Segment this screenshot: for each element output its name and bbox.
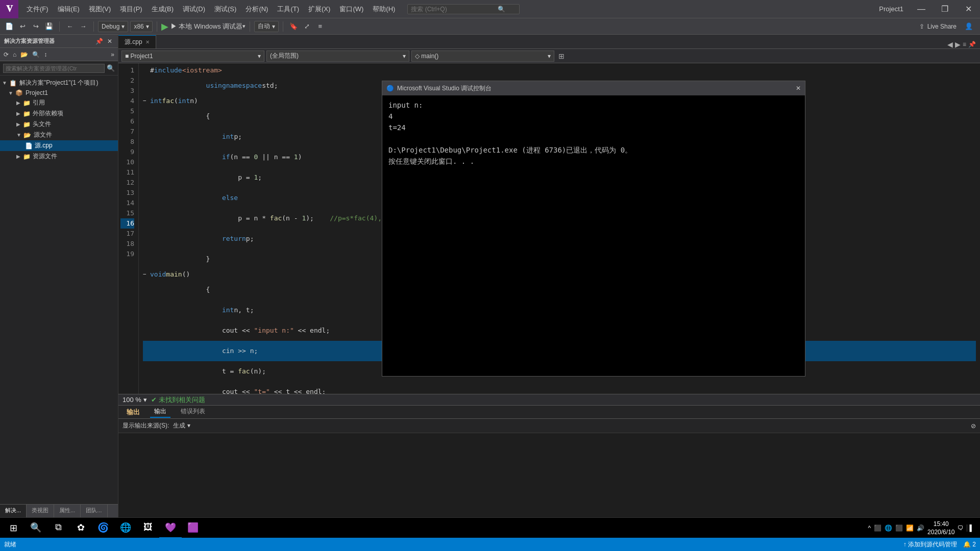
sidebar-item-source-cpp[interactable]: 📄 源.cpp [0,140,118,151]
close-button[interactable]: ✕ [957,0,980,18]
run-button[interactable]: ▶ ▶ 本地 Windows 调试器 ▾ [161,21,246,32]
taskbar-app-3[interactable]: 🌐 [114,518,137,538]
cpp-label: 源.cpp [35,141,53,150]
menu-build[interactable]: 生成(B) [148,3,178,16]
debug-console-close[interactable]: ✕ [796,85,801,92]
taskbar-app-5[interactable]: 🟪 [182,518,204,538]
sidebar-tb-5[interactable]: ↕ [42,50,48,59]
debug-config-dropdown[interactable]: Debug ▾ [98,21,128,32]
zoom-control[interactable]: 100 % ▾ [122,396,147,404]
notifications-badge[interactable]: 🔔 2 [963,541,976,548]
taskbar-task-view[interactable]: ⧉ [47,518,69,538]
tray-wifi: 📶 [906,524,914,532]
member-dropdown[interactable]: ◇ main() ▾ [411,51,554,62]
sidebar-item-header-files[interactable]: ▶ 📁 头文件 [0,119,118,130]
undo-button[interactable]: ↩ [16,20,29,33]
fold-3[interactable]: − [143,96,150,106]
taskbar-search[interactable]: 🔍 [24,518,47,538]
time-display: 15:40 [927,520,954,528]
code-line-18: cout << "t=" << t << endl; [143,382,976,394]
nav-right-button[interactable]: ▶ [955,40,961,48]
sidebar-item-references[interactable]: ▶ 📁 引用 [0,97,118,108]
panel-tab-errors[interactable]: 错误列表 [177,406,209,418]
panel-tab-output[interactable]: 输出 [150,406,170,418]
scope-dropdown[interactable]: (全局范围) ▾ [266,51,409,62]
taskbar-app-2[interactable]: 🌀 [92,518,114,538]
menu-edit[interactable]: 编辑(E) [54,3,84,16]
nav-left-button[interactable]: ◀ [947,40,953,48]
tab-menu-button[interactable]: ≡ [963,41,966,48]
taskbar-vs-icon[interactable]: 💜 [159,518,182,538]
src-icon: 📂 [23,132,32,139]
sidebar-item-source-files[interactable]: ▼ 📂 源文件 [0,130,118,140]
sidebar-tb-4[interactable]: 🔍 [31,50,41,59]
sidebar-close-button[interactable]: ✕ [106,37,114,46]
menu-extensions[interactable]: 扩展(X) [304,3,334,16]
fold-12[interactable]: − [143,269,150,280]
expand-editor-button[interactable]: ⊞ [558,52,565,60]
project-dropdown[interactable]: ■ Project1 ▾ [121,51,264,62]
account-button[interactable]: 👤 [963,20,975,33]
extra-btn-1[interactable]: ⤢ [301,20,313,33]
menu-bar: 文件(F) 编辑(E) 视图(V) 项目(P) 生成(B) 调试(D) 测试(S… [18,3,403,16]
menu-window[interactable]: 窗口(W) [335,3,368,16]
menu-file[interactable]: 文件(F) [22,3,53,16]
pin-button[interactable]: 📌 [968,41,976,48]
sidebar-tb-arrow[interactable]: » [109,50,116,59]
sidebar-tb-3[interactable]: 📂 [19,50,30,59]
zoom-arrow: ▾ [143,396,147,404]
sidebar-pin-button[interactable]: 📌 [94,37,105,46]
back-button[interactable]: ← [64,20,76,33]
bookmark-button[interactable]: 🔖 [287,20,300,33]
debug-line-3: t=24 [388,122,799,133]
sidebar-search-input[interactable] [3,64,105,73]
minimize-button[interactable]: — [910,0,933,18]
sidebar-item-ext-deps[interactable]: ▶ 📁 外部依赖项 [0,108,118,119]
sidebar-tab-team[interactable]: 团队... [81,505,107,517]
sidebar-tb-2[interactable]: ⌂ [11,50,18,59]
sidebar-tab-solution[interactable]: 解决... [0,505,27,517]
taskbar-app-4[interactable]: 🖼 [137,518,159,538]
menu-debug[interactable]: 调试(D) [179,3,209,16]
platform-dropdown[interactable]: x86 ▾ [130,21,152,32]
live-share-button[interactable]: ⇪ Live Share [915,22,961,31]
output-clear-button[interactable]: ⊘ [971,422,976,430]
sidebar-tab-classview[interactable]: 类视图 [27,505,54,517]
auto-arrow: ▾ [272,23,275,30]
start-button[interactable]: ⊞ [2,518,24,538]
menu-help[interactable]: 帮助(H) [369,3,399,16]
search-input[interactable] [411,6,498,13]
ln-4: 4 [120,96,134,106]
output-source-dropdown[interactable]: 生成 ▾ [173,421,265,430]
menu-project[interactable]: 项目(P) [116,3,146,16]
editor-tab-source-cpp[interactable]: 源.cpp ✕ [118,35,156,48]
menu-test[interactable]: 测试(S) [210,3,240,16]
extra-btn-2[interactable]: ≡ [314,20,326,33]
auto-dropdown[interactable]: 自动 ▾ [254,21,279,32]
menu-analyze[interactable]: 分析(N) [241,3,272,16]
extra-toolbar-buttons: 🔖 ⤢ ≡ [287,20,326,33]
menu-view[interactable]: 视图(V) [85,3,115,16]
add-vcs-button[interactable]: ↑ 添加到源代码管理 [903,540,957,549]
project-root[interactable]: ▼ 📦 Project1 [0,88,118,97]
maximize-button[interactable]: ❐ [933,0,957,18]
clock[interactable]: 15:40 2020/6/10 [927,520,954,536]
sidebar-item-resource-files[interactable]: ▶ 📁 资源文件 [0,151,118,162]
editor-nav-bar: ■ Project1 ▾ (全局范围) ▾ ◇ main() ▾ ⊞ [118,49,980,63]
platform-label: x86 [134,23,143,30]
save-button[interactable]: 💾 [43,20,55,33]
show-desktop[interactable]: ▌ [967,524,974,532]
sidebar-tab-properties[interactable]: 属性... [54,505,81,517]
tray-chevron[interactable]: ^ [868,524,871,532]
global-search[interactable]: 🔍 [407,4,520,14]
new-file-button[interactable]: 📄 [3,20,15,33]
solution-root[interactable]: ▼ 📋 解决方案"Project1"(1 个项目) [0,78,118,88]
sidebar-tb-1[interactable]: ⟳ [2,50,10,59]
tray-icon-3: ⬛ [895,524,903,532]
editor-tab-close[interactable]: ✕ [145,39,150,45]
menu-tools[interactable]: 工具(T) [273,3,303,16]
notification-center[interactable]: 🗨 [958,524,964,532]
redo-button[interactable]: ↪ [30,20,42,33]
taskbar-app-1[interactable]: ✿ [69,518,92,538]
forward-button[interactable]: → [77,20,89,33]
